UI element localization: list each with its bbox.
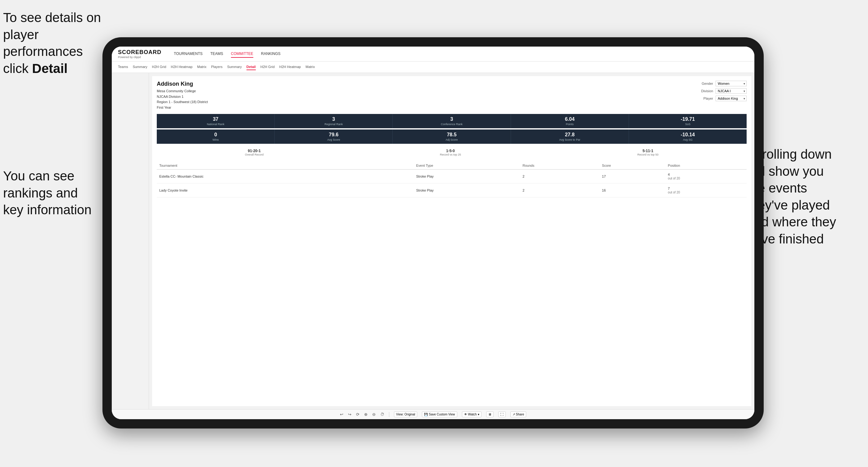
logo-text: SCOREBOARD [118, 49, 161, 56]
gender-select[interactable]: Women Men [716, 81, 747, 86]
stat-cell-wins: 0Wins [157, 129, 275, 144]
event-type: Stroke Play [414, 169, 520, 184]
division-select-wrapper: NJCAA I NJCAA II [716, 88, 747, 94]
monitor-btn[interactable]: 🖥 [486, 411, 494, 417]
stat-cell-national-rank: 37National Rank [157, 114, 275, 128]
score: 16 [599, 184, 665, 197]
player-controls: Gender Women Men Division [696, 81, 747, 110]
player-name: Addison King [157, 81, 208, 87]
stats-grid-row2: 0Wins79.6Avg Score78.5Adj Score27.8Avg S… [157, 129, 747, 144]
sub-tab-players[interactable]: Players [211, 64, 223, 70]
division-row: Division NJCAA I NJCAA II [696, 88, 747, 94]
record-record-vs-top-25: 1-5-0Record vs top 25 [440, 149, 461, 156]
sub-tab-matrix2[interactable]: Matrix [306, 64, 315, 70]
tournament-spacer [390, 184, 414, 197]
stat-cell-points: 6.04Points [511, 114, 629, 128]
player-division: NJCAA Division 1 [157, 94, 208, 100]
stat-cell-sos: -19.71SoS [629, 114, 747, 128]
watch-btn[interactable]: 👁 Watch ▾ [462, 411, 482, 417]
save-custom-btn[interactable]: 💾 Save Custom View [422, 411, 457, 417]
stats-grid-row1: 37National Rank3Regional Rank3Conference… [157, 114, 747, 128]
col-header: Position [665, 162, 747, 169]
table-header-row: TournamentEvent TypeRoundsScorePosition [157, 162, 747, 169]
watch-chevron: ▾ [478, 413, 479, 416]
player-header: Addison King Mesa Community College NJCA… [157, 81, 747, 110]
player-year: First Year [157, 105, 208, 111]
sub-tab-matrix[interactable]: Matrix [197, 64, 207, 70]
nav-tournaments[interactable]: TOURNAMENTS [174, 50, 203, 58]
nav-committee[interactable]: COMMITTEE [231, 50, 253, 58]
player-region: Region 1 - Southwest (18) District [157, 99, 208, 105]
col-header: Rounds [520, 162, 599, 169]
annotation-right: Scrolling down will show you the events … [747, 146, 865, 248]
stat-cell-avg-score-to-par: 27.8Avg Score to Par [511, 129, 629, 144]
share-label: Share [516, 413, 524, 416]
annotation-bottom-left: You can see rankings and key information [3, 168, 108, 219]
undo-btn[interactable]: ↩ [340, 412, 343, 417]
share-btn[interactable]: ↗ Share [510, 411, 527, 417]
player-select-wrapper: Addison King [716, 96, 747, 101]
stat-cell-adj-score: 78.5Adj Score [393, 129, 511, 144]
redo-btn[interactable]: ↪ [348, 412, 351, 417]
gender-label: Gender [696, 82, 713, 85]
content-panel: Addison King Mesa Community College NJCA… [152, 76, 751, 406]
annotation-top-left: To see details on player performances cl… [3, 9, 108, 77]
gender-select-wrapper: Women Men [716, 81, 747, 86]
nav-teams[interactable]: TEAMS [210, 50, 223, 58]
view-original-btn[interactable]: View: Original [394, 411, 417, 417]
zoom-out-btn[interactable]: ⊖ [372, 412, 376, 417]
zoom-in-btn[interactable]: ⊕ [364, 412, 368, 417]
view-original-label: View: Original [396, 413, 415, 416]
table-row: Lady Coyote Invite Stroke Play 2 16 7out… [157, 184, 747, 197]
table-header: TournamentEvent TypeRoundsScorePosition [157, 162, 747, 169]
table-body: Estella CC- Mountain Classic Stroke Play… [157, 169, 747, 197]
save-icon: 💾 [424, 413, 428, 416]
nav-rankings[interactable]: RANKINGS [261, 50, 281, 58]
sub-tab-h2h-heatmap2[interactable]: H2H Heatmap [279, 64, 301, 70]
refresh-btn[interactable]: ⟳ [356, 412, 360, 417]
player-school: Mesa Community College [157, 89, 208, 94]
nav-items: TOURNAMENTS TEAMS COMMITTEE RANKINGS [174, 50, 280, 58]
table-row: Estella CC- Mountain Classic Stroke Play… [157, 169, 747, 184]
player-row: Player Addison King [696, 96, 747, 101]
rounds: 2 [520, 169, 599, 184]
logo-sub: Powered by clippd [118, 56, 161, 59]
app-container: SCOREBOARD Powered by clippd TOURNAMENTS… [112, 46, 754, 419]
col-header: Event Type [414, 162, 520, 169]
sub-tab-h2h-heatmap[interactable]: H2H Heatmap [171, 64, 192, 70]
left-panel [112, 73, 149, 409]
share-icon: ↗ [513, 413, 515, 416]
fullscreen-btn[interactable]: ⛶ [498, 411, 506, 417]
watch-label: Watch [468, 413, 477, 416]
sub-tab-detail[interactable]: Detail [247, 64, 256, 70]
sub-tab-summary[interactable]: Summary [132, 64, 147, 70]
gender-row: Gender Women Men [696, 81, 747, 86]
stat-cell-regional-rank: 3Regional Rank [275, 114, 393, 128]
record-record-vs-top-50: 5-11-1Record vs top 50 [637, 149, 658, 156]
event-type: Stroke Play [414, 184, 520, 197]
player-select[interactable]: Addison King [716, 96, 747, 101]
division-select[interactable]: NJCAA I NJCAA II [716, 88, 747, 94]
sub-tab-teams[interactable]: Teams [118, 64, 128, 70]
record-overall-record: 91-20-1Overall Record [245, 149, 264, 156]
score: 17 [599, 169, 665, 184]
logo-area: SCOREBOARD Powered by clippd [118, 49, 161, 59]
position: 4out of 20 [665, 169, 747, 184]
sub-tab-h2h-grid2[interactable]: H2H Grid [260, 64, 275, 70]
tablet-screen: SCOREBOARD Powered by clippd TOURNAMENTS… [112, 46, 754, 419]
records-row: 91-20-1Overall Record1-5-0Record vs top … [157, 146, 747, 159]
tournament-spacer [390, 169, 414, 184]
top-nav: SCOREBOARD Powered by clippd TOURNAMENTS… [112, 46, 754, 61]
division-label: Division [696, 89, 713, 93]
rounds: 2 [520, 184, 599, 197]
bottom-toolbar: ↩ ↪ ⟳ ⊕ ⊖ ⏱ View: Original 💾 Save Custom… [112, 409, 754, 419]
tournament-name: Estella CC- Mountain Classic [157, 169, 390, 184]
sub-tab-summary2[interactable]: Summary [227, 64, 242, 70]
col-header: Tournament [157, 162, 390, 169]
clock-btn[interactable]: ⏱ [380, 412, 384, 417]
sub-tab-h2h-grid[interactable]: H2H Grid [152, 64, 166, 70]
sub-nav: Teams Summary H2H Grid H2H Heatmap Matri… [112, 61, 754, 73]
col-header [390, 162, 414, 169]
tablet-frame: SCOREBOARD Powered by clippd TOURNAMENTS… [102, 37, 764, 429]
tournament-table: TournamentEvent TypeRoundsScorePosition … [157, 162, 747, 197]
